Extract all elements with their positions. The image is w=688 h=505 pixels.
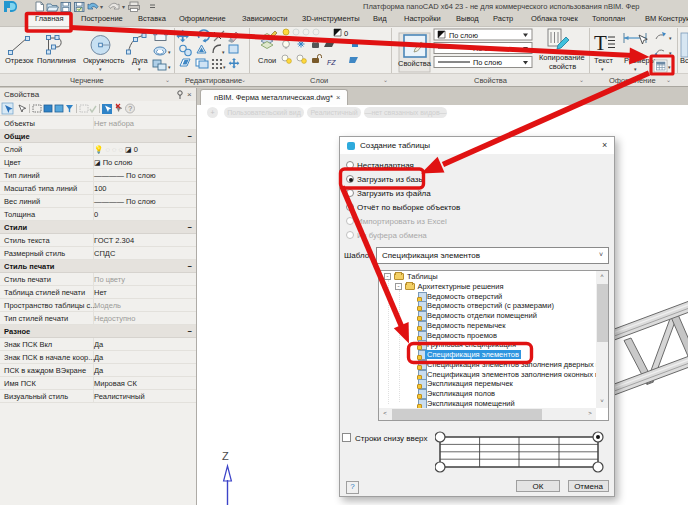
- svg-text:▾: ▾: [668, 64, 671, 70]
- svg-text:Свойства: Свойства: [398, 59, 432, 68]
- svg-text:▾: ▾: [669, 50, 672, 56]
- svg-text:FZ: FZ: [327, 59, 336, 66]
- svg-text:Копирование: Копирование: [539, 53, 585, 62]
- svg-text:Полилиния: Полилиния: [37, 56, 76, 65]
- svg-text:Окружность: Окружность: [83, 56, 125, 65]
- svg-text:▾: ▾: [122, 4, 125, 10]
- svg-text:Дуга: Дуга: [132, 56, 149, 65]
- svg-text:По слою: По слою: [449, 31, 478, 40]
- svg-text:T: T: [594, 31, 607, 55]
- svg-text:0: 0: [344, 29, 348, 38]
- svg-text:свойств: свойств: [549, 62, 576, 71]
- svg-text:▾: ▾: [168, 64, 171, 70]
- svg-text:Слои: Слои: [258, 56, 276, 65]
- svg-text:▾: ▾: [601, 66, 604, 72]
- svg-text:▾: ▾: [100, 4, 103, 10]
- svg-text:▾: ▾: [669, 35, 672, 41]
- svg-text:▾: ▾: [138, 66, 141, 72]
- svg-text:▾: ▾: [634, 66, 637, 72]
- svg-text:Вст: Вст: [680, 56, 688, 65]
- svg-text:Отрезок: Отрезок: [5, 56, 34, 65]
- svg-text:По слою: По слою: [473, 44, 502, 53]
- svg-text:Текст: Текст: [594, 56, 613, 65]
- svg-text:?: ?: [128, 105, 132, 112]
- svg-text:▾: ▾: [99, 66, 102, 72]
- svg-text:▾: ▾: [168, 49, 171, 55]
- svg-text:▾: ▾: [222, 49, 225, 55]
- svg-text:По слою: По слою: [473, 58, 502, 67]
- svg-text:▾: ▾: [223, 64, 226, 70]
- svg-text:Размеры: Размеры: [624, 56, 655, 65]
